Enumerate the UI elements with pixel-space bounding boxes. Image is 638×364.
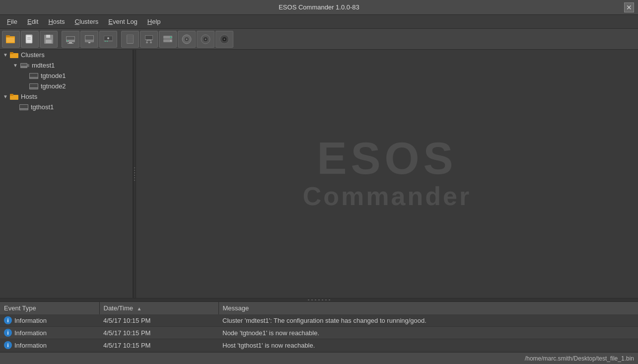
svg-point-12 — [67, 40, 68, 41]
right-panel: ESOS Commander — [136, 50, 638, 298]
svg-point-37 — [170, 36, 172, 38]
splitter-dot — [134, 175, 135, 176]
menu-hosts[interactable]: Hosts — [43, 16, 70, 27]
node-icon-tgtnode1 — [29, 73, 39, 79]
tree-arrow-hosts: ▼ — [2, 93, 9, 100]
svg-rect-1 — [6, 35, 10, 37]
event-type-label: Information — [14, 342, 47, 349]
toolbar-btn-host[interactable] — [62, 31, 79, 48]
tree-item-tgtnode1[interactable]: tgtnode1 — [0, 71, 133, 81]
event-table-header-row: Event Type Date/Time ▲ Message — [0, 302, 638, 314]
content-area: ▼ Clusters ▼ mdtest1 tgtnode — [0, 50, 638, 298]
svg-rect-50 — [10, 52, 13, 54]
tree-label-tgtnode1: tgtnode1 — [41, 72, 66, 79]
status-text: /home/marc.smith/Desktop/test_file_1.bin — [525, 355, 634, 362]
col-event-type-label: Event Type — [4, 304, 36, 312]
event-type-label: Information — [14, 329, 47, 337]
tree-item-clusters[interactable]: ▼ Clusters — [0, 50, 133, 60]
svg-rect-28 — [127, 41, 133, 43]
tree-label-tgthost1: tgthost1 — [31, 103, 54, 111]
folder-icon-clusters — [10, 52, 19, 59]
toolbar-btn-open[interactable] — [2, 31, 20, 48]
menu-bar: File Edit Hosts Clusters Event Log Help — [0, 15, 638, 29]
h-splitter-dot — [325, 299, 327, 300]
tree-item-tgthost1[interactable]: tgthost1 — [0, 102, 133, 112]
svg-rect-9 — [46, 40, 52, 43]
h-splitter-dot — [315, 299, 316, 300]
svg-rect-16 — [85, 36, 93, 40]
tree-label-mdtest1: mdtest1 — [32, 62, 55, 69]
event-type-cell: iInformation — [0, 314, 99, 327]
event-datetime-cell: 4/5/17 10:15 PM — [99, 327, 218, 339]
svg-point-42 — [186, 38, 188, 40]
event-table-row[interactable]: iInformation4/5/17 10:15 PMCluster 'mdte… — [0, 314, 638, 327]
svg-rect-23 — [107, 41, 108, 42]
toolbar-btn-disk3[interactable] — [215, 31, 233, 48]
logo-watermark: ESOS Commander — [303, 136, 471, 212]
tree-item-hosts[interactable]: ▼ Hosts — [0, 91, 133, 102]
svg-rect-30 — [145, 36, 152, 39]
svg-rect-52 — [21, 64, 27, 66]
node-icon-tgtnode2 — [29, 83, 39, 90]
toolbar-btn-rack[interactable] — [121, 31, 139, 48]
toolbar-btn-disk2[interactable] — [197, 31, 214, 48]
h-splitter-dot — [322, 299, 323, 300]
col-event-type[interactable]: Event Type — [0, 302, 99, 314]
event-message-cell: Host 'tgthost1' is now reachable. — [218, 339, 638, 352]
svg-rect-35 — [150, 42, 152, 43]
event-datetime-cell: 4/5/17 10:15 PM — [99, 314, 218, 327]
event-type-cell: iInformation — [0, 339, 99, 352]
title-bar-text: ESOS Commander 1.0.0-83 — [279, 3, 359, 11]
tree-item-mdtest1[interactable]: ▼ mdtest1 — [0, 60, 133, 71]
tree-item-tgtnode2[interactable]: tgtnode2 — [0, 81, 133, 91]
svg-rect-17 — [85, 40, 93, 42]
close-button[interactable]: ✕ — [624, 2, 634, 12]
status-bar: /home/marc.smith/Desktop/test_file_1.bin — [0, 352, 638, 364]
toolbar-btn-save[interactable] — [40, 31, 58, 48]
event-message-cell: Node 'tgtnode1' is now reachable. — [218, 327, 638, 339]
tree-label-tgtnode2: tgtnode2 — [41, 82, 66, 90]
svg-rect-14 — [68, 43, 73, 44]
logo-commander-text: Commander — [303, 181, 471, 212]
toolbar-btn-disk1[interactable] — [178, 31, 196, 48]
svg-point-21 — [107, 37, 109, 39]
splitter-dot — [134, 170, 135, 171]
main-layout: ▼ Clusters ▼ mdtest1 tgtnode — [0, 50, 638, 364]
col-date-time[interactable]: Date/Time ▲ — [99, 302, 218, 314]
svg-rect-2 — [6, 38, 14, 42]
svg-rect-53 — [21, 67, 27, 68]
tree-arrow-clusters: ▼ — [2, 52, 9, 59]
toolbar-btn-network[interactable] — [140, 31, 158, 48]
event-table-row[interactable]: iInformation4/5/17 10:15 PMNode 'tgtnode… — [0, 327, 638, 339]
menu-file[interactable]: File — [2, 16, 22, 27]
cluster-icon-mdtest1 — [20, 62, 30, 69]
h-splitter-dot — [311, 299, 313, 300]
h-splitter-dot — [308, 299, 309, 300]
h-splitter-dot — [318, 299, 320, 300]
menu-clusters[interactable]: Clusters — [70, 16, 104, 27]
event-type-cell: iInformation — [0, 327, 99, 339]
toolbar-btn-configure[interactable] — [99, 31, 117, 48]
svg-rect-27 — [127, 39, 133, 41]
toolbar-btn-new[interactable] — [21, 31, 39, 48]
svg-rect-60 — [30, 88, 38, 89]
col-message[interactable]: Message — [218, 302, 638, 314]
col-date-time-label: Date/Time — [104, 304, 133, 312]
svg-rect-65 — [20, 109, 28, 110]
menu-help[interactable]: Help — [142, 16, 166, 27]
svg-point-39 — [170, 40, 172, 41]
folder-icon-hosts — [10, 93, 19, 100]
svg-point-48 — [224, 38, 225, 40]
info-icon: i — [4, 341, 12, 349]
event-type-label: Information — [14, 317, 47, 324]
svg-rect-25 — [127, 35, 133, 37]
svg-rect-62 — [10, 94, 13, 96]
toolbar-btn-storage[interactable] — [159, 31, 177, 48]
horizontal-splitter[interactable] — [0, 298, 638, 302]
event-table-row[interactable]: iInformation4/5/17 10:15 PMHost 'tgthost… — [0, 339, 638, 352]
logo-esos-text: ESOS — [317, 136, 457, 181]
menu-edit[interactable]: Edit — [22, 16, 43, 27]
toolbar-btn-manage[interactable] — [80, 31, 98, 48]
sort-arrow-datetime: ▲ — [137, 306, 142, 311]
menu-event-log[interactable]: Event Log — [103, 16, 142, 27]
